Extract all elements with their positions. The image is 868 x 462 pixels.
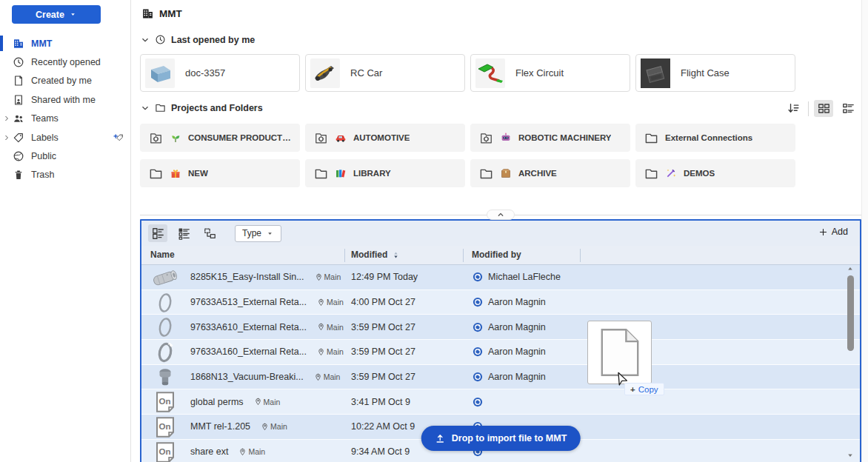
folder-name: ARCHIVE	[518, 169, 557, 178]
table-row[interactable]: 97633A160_External Reta... Main 3:59 PM …	[141, 340, 860, 365]
mouse-cursor-icon	[614, 371, 630, 387]
drop-import-pill[interactable]: Drop to import file to MMT	[421, 426, 581, 451]
document-card-label: RC Car	[350, 67, 382, 78]
document-name[interactable]: 1868N13_Vacuum-Breaki...	[190, 372, 304, 382]
folder-card-robotic-machinery[interactable]: ROBOTIC MACHINERY	[470, 124, 630, 152]
sidebar: Create MMT Recently opened Created by me…	[0, 0, 131, 462]
document-card[interactable]: Flex Circuit	[470, 54, 630, 92]
sidebar-item-teams[interactable]: Teams	[0, 110, 130, 128]
column-header-label: Modified	[351, 250, 387, 260]
app-window: Create MMT Recently opened Created by me…	[0, 0, 868, 462]
sidebar-item-recently-opened[interactable]: Recently opened	[0, 53, 130, 71]
column-header-name[interactable]: Name	[150, 250, 175, 260]
branch-indicator: Main	[314, 372, 341, 381]
sort-button[interactable]	[784, 100, 803, 117]
add-label-icon[interactable]	[111, 132, 125, 143]
pin-icon	[317, 323, 325, 331]
sidebar-item-label: MMT	[31, 38, 52, 49]
modified-time: 9:34 AM Oct 9	[351, 440, 410, 462]
sidebar-item-public[interactable]: Public	[0, 147, 130, 165]
document-name[interactable]: 97633A160_External Reta...	[190, 346, 307, 357]
document-card[interactable]: Flight Case	[635, 54, 795, 92]
table-row[interactable]: On global perms Main 3:41 PM Oct 9	[141, 389, 860, 415]
table-row[interactable]: 97633A610_External Reta... Main 3:59 PM …	[141, 315, 860, 340]
part-thumbnail	[149, 267, 181, 289]
scroll-up-icon[interactable]	[846, 265, 855, 273]
modified-time: 10:22 AM Oct 9	[351, 415, 415, 439]
sort-arrows-icon[interactable]	[391, 250, 401, 260]
collapse-panel-button[interactable]	[487, 210, 515, 220]
document-name[interactable]: 97633A513_External Reta...	[190, 297, 307, 307]
document-name[interactable]: 97633A610_External Reta...	[190, 322, 307, 332]
sidebar-item-trash[interactable]: Trash	[0, 166, 130, 184]
folder-card-automotive[interactable]: AUTOMOTIVE	[305, 124, 465, 152]
folder-icon	[479, 167, 493, 181]
create-button[interactable]: Create	[12, 5, 101, 24]
create-button-label: Create	[36, 10, 64, 20]
folder-card-external-connections[interactable]: External Connections	[635, 124, 795, 152]
modified-by-cell: Aaron Magnin	[473, 290, 546, 315]
pin-icon	[317, 298, 325, 307]
folder-grid: CONSUMER PRODUCTS & RE... AUTOMOTIVE ROB…	[140, 124, 796, 187]
avatar-icon	[473, 322, 483, 332]
chevron-right-icon[interactable]	[3, 115, 10, 122]
avatar-icon	[473, 397, 483, 407]
page-scrollbar[interactable]	[861, 0, 868, 462]
document-name[interactable]: share ext	[190, 446, 228, 457]
modified-by-cell: Aaron Magnin	[473, 315, 546, 339]
column-divider[interactable]	[344, 249, 345, 262]
folder-name: ROBOTIC MACHINERY	[518, 133, 611, 142]
onshape-doc-icon: On	[149, 441, 181, 462]
tree-view-button[interactable]	[200, 224, 219, 242]
document-thumbnail	[145, 58, 175, 88]
sidebar-item-labels[interactable]: Labels	[0, 128, 130, 147]
modified-by-name: Aaron Magnin	[488, 372, 546, 382]
compact-view-button[interactable]	[174, 224, 193, 242]
branch-indicator: Main	[317, 323, 344, 332]
chevron-down-icon[interactable]	[141, 36, 150, 44]
table-row[interactable]: 8285K15_Easy-Install Sin... Main 12:49 P…	[141, 265, 860, 290]
car-icon	[335, 132, 347, 144]
folder-card-demos[interactable]: DEMOS	[635, 159, 795, 187]
add-button[interactable]: Add	[818, 227, 848, 237]
modified-by-cell: Aaron Magnin	[473, 340, 546, 364]
pin-icon	[261, 423, 269, 431]
compact-view-icon	[177, 227, 191, 241]
column-divider[interactable]	[580, 249, 581, 262]
type-filter-dropdown[interactable]: Type	[235, 225, 281, 242]
chevron-up-icon	[496, 210, 505, 219]
scrollbar-thumb[interactable]	[847, 275, 854, 351]
books-icon	[335, 167, 347, 179]
detail-view-button[interactable]	[148, 224, 167, 242]
document-card[interactable]: RC Car	[305, 54, 465, 92]
document-card[interactable]: doc-3357	[140, 54, 300, 92]
list-view-button[interactable]	[838, 100, 858, 117]
folder-card-consumer-products[interactable]: CONSUMER PRODUCTS & RE...	[140, 124, 300, 152]
sidebar-item-created-by-me[interactable]: Created by me	[0, 72, 130, 90]
sidebar-item-label: Public	[31, 151, 56, 161]
column-header-modified[interactable]: Modified	[351, 250, 401, 260]
building-icon	[13, 38, 24, 50]
column-header-modified-by[interactable]: Modified by	[472, 250, 521, 260]
table-scrollbar[interactable]	[846, 265, 855, 459]
modified-time: 3:59 PM Oct 27	[351, 340, 415, 364]
sidebar-item-shared-with-me[interactable]: Shared with me	[0, 90, 130, 109]
scroll-down-icon[interactable]	[846, 451, 855, 459]
document-name[interactable]: global perms	[190, 397, 244, 407]
column-divider[interactable]	[463, 249, 464, 262]
table-row[interactable]: 97633A513_External Reta... Main 4:00 PM …	[141, 290, 860, 315]
svg-text:On: On	[158, 422, 170, 431]
branch-label: Main	[327, 347, 344, 356]
folder-card-archive[interactable]: ARCHIVE	[470, 159, 630, 187]
folder-card-library[interactable]: LIBRARY	[305, 159, 465, 187]
chevron-down-icon[interactable]	[141, 104, 150, 113]
folder-card-new[interactable]: NEW	[140, 159, 300, 187]
document-name[interactable]: 8285K15_Easy-Install Sin...	[190, 272, 304, 282]
sidebar-item-mmt[interactable]: MMT	[0, 34, 130, 53]
document-name[interactable]: MMT rel-1.205	[190, 421, 250, 432]
sort-icon	[787, 101, 801, 116]
grid-view-button[interactable]	[814, 100, 833, 117]
chevron-right-icon[interactable]	[3, 134, 10, 141]
modified-by-cell	[473, 389, 488, 414]
table-row[interactable]: 1868N13_Vacuum-Breaki... Main 3:59 PM Oc…	[141, 365, 860, 390]
